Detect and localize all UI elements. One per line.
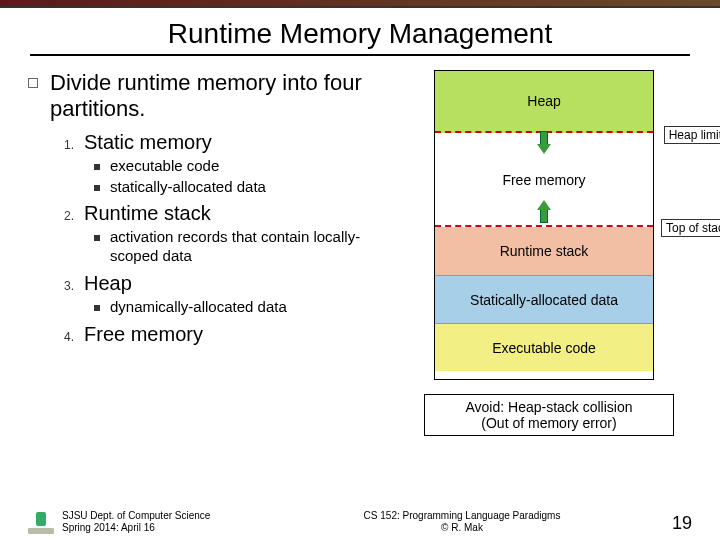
warning-line-2: (Out of memory error) xyxy=(427,415,671,431)
item-number: 2. xyxy=(64,209,74,223)
slide-title: Runtime Memory Management xyxy=(0,8,720,54)
memory-diagram: Heap Free memory Runtime stack Staticall… xyxy=(434,70,654,380)
sub-text: executable code xyxy=(110,157,219,176)
sub-bullet-icon xyxy=(94,164,100,170)
warning-line-1: Avoid: Heap-stack collision xyxy=(427,399,671,415)
list-item-4: 4. Free memory xyxy=(64,323,394,346)
left-column: Divide runtime memory into four partitio… xyxy=(24,70,394,436)
footer-author: © R. Mak xyxy=(272,522,652,534)
list-item-1: 1. Static memory executable code statica… xyxy=(64,131,394,197)
title-underline xyxy=(30,54,690,56)
static-segment: Statically-allocated data xyxy=(435,275,653,323)
item-number: 4. xyxy=(64,330,74,344)
item-label: Heap xyxy=(84,272,132,295)
footer-mid: CS 152: Programming Language Paradigms ©… xyxy=(272,510,652,534)
main-bullet: Divide runtime memory into four partitio… xyxy=(24,70,394,123)
sub-text: activation records that contain locally-… xyxy=(110,228,394,266)
slide-top-bar xyxy=(0,0,720,8)
footer-course: CS 152: Programming Language Paradigms xyxy=(272,510,652,522)
content-area: Divide runtime memory into four partitio… xyxy=(0,70,720,436)
free-memory-segment: Free memory xyxy=(435,159,653,201)
sjsu-logo-icon xyxy=(28,512,54,534)
list-item-2: 2. Runtime stack activation records that… xyxy=(64,202,394,266)
intro-text: Divide runtime memory into four partitio… xyxy=(50,70,394,123)
item-label: Runtime stack xyxy=(84,202,211,225)
heap-segment: Heap xyxy=(435,71,653,133)
footer-dept: SJSU Dept. of Computer Science xyxy=(62,510,272,522)
exec-segment: Executable code xyxy=(435,323,653,371)
item-label: Free memory xyxy=(84,323,203,346)
slide-footer: SJSU Dept. of Computer Science Spring 20… xyxy=(0,510,720,534)
warning-box: Avoid: Heap-stack collision (Out of memo… xyxy=(424,394,674,436)
item-number: 1. xyxy=(64,138,74,152)
top-of-stack-label: Top of stack xyxy=(661,219,720,237)
sub-bullet-icon xyxy=(94,185,100,191)
sub-text: statically-allocated data xyxy=(110,178,266,197)
list-item-3: 3. Heap dynamically-allocated data xyxy=(64,272,394,317)
square-bullet-icon xyxy=(28,78,38,88)
heap-limit-label: Heap limit xyxy=(664,126,720,144)
arrow-down-icon xyxy=(537,131,551,155)
arrow-up-icon xyxy=(537,199,551,223)
item-number: 3. xyxy=(64,279,74,293)
item-label: Static memory xyxy=(84,131,212,154)
sub-text: dynamically-allocated data xyxy=(110,298,287,317)
footer-left: SJSU Dept. of Computer Science Spring 20… xyxy=(62,510,272,534)
footer-date: Spring 2014: April 16 xyxy=(62,522,272,534)
stack-segment: Runtime stack xyxy=(435,227,653,275)
sub-bullet-icon xyxy=(94,305,100,311)
numbered-list: 1. Static memory executable code statica… xyxy=(64,131,394,346)
right-column: Heap Free memory Runtime stack Staticall… xyxy=(394,70,694,436)
sub-bullet-icon xyxy=(94,235,100,241)
page-number: 19 xyxy=(652,513,692,534)
